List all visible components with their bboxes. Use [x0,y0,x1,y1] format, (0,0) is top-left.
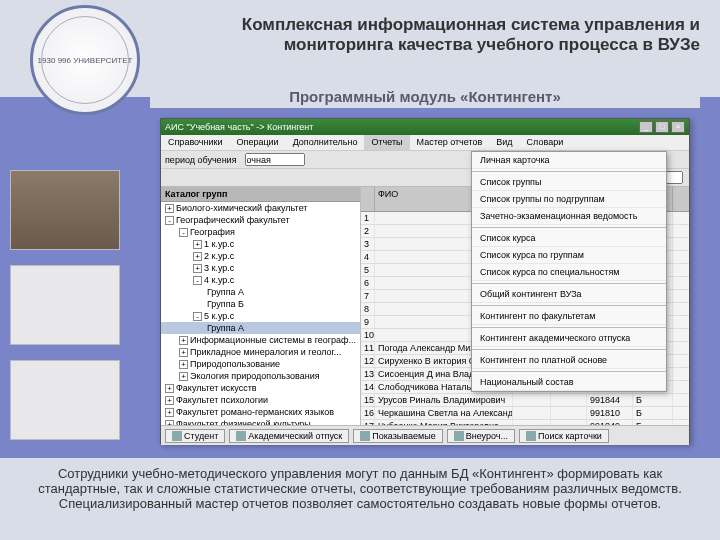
cell: Б [633,420,673,425]
grid-col-header[interactable] [361,187,375,211]
tree-node-label: География [190,227,235,237]
tree-node-label: Прикладное минералогия и геолог... [190,347,341,357]
tree-toggle-icon[interactable]: + [165,408,174,417]
tree[interactable]: +Биолого-химический факультет-Географиче… [161,202,360,425]
tree-node[interactable]: +Факультет психологии [161,394,360,406]
tree-toggle-icon[interactable]: + [193,264,202,273]
maximize-button[interactable]: □ [655,121,669,133]
tree-node-label: Географический факультет [176,215,290,225]
menu-справочники[interactable]: Справочники [161,135,230,150]
tree-toggle-icon[interactable]: + [179,348,188,357]
cell: 13 [361,368,375,380]
tree-toggle-icon[interactable]: + [179,372,188,381]
tree-node[interactable]: +Факультет романо-германских языков [161,406,360,418]
tree-node[interactable]: +1 к.ур.с [161,238,360,250]
tree-toggle-icon[interactable]: + [165,384,174,393]
tree-node[interactable]: +Факультет физической культуры [161,418,360,425]
tree-node[interactable]: -5 к.ур.с [161,310,360,322]
minimize-button[interactable]: _ [639,121,653,133]
submenu-item[interactable]: Контингент академического отпуска [472,330,666,347]
page-title: Комплексная информационная система управ… [150,15,700,55]
button-label: Поиск карточки [538,431,602,441]
tree-toggle-icon[interactable]: + [179,336,188,345]
submenu-item[interactable]: Контингент по факультетам [472,308,666,325]
tree-toggle-icon[interactable]: + [193,240,202,249]
submenu-item[interactable]: Контингент по платной основе [472,352,666,369]
tree-node[interactable]: +Факультет искусств [161,382,360,394]
menu-separator [472,305,666,306]
tree-node-label: Факультет искусств [176,383,257,393]
submenu-item[interactable]: Общий контингент ВУЗа [472,286,666,303]
cell [513,394,551,406]
bottom-bar: СтудентАкадемический отпускПоказываемыеВ… [161,425,689,445]
tree-toggle-icon[interactable]: - [179,228,188,237]
titlebar[interactable]: АИС "Учебная часть" -> Контингент _ □ × [161,119,689,135]
bottom-button[interactable]: Поиск карточки [519,429,609,443]
tree-node[interactable]: -4 к.ур.с [161,274,360,286]
cell: 10 [361,329,375,341]
cell: 4 [361,251,375,263]
submenu-item[interactable]: Список курса [472,230,666,247]
thumbnail-screenshot-2 [10,360,120,440]
tree-node[interactable]: Группа А [161,322,360,334]
submenu-item[interactable]: Список группы по подгруппам [472,191,666,208]
button-icon [172,431,182,441]
tree-toggle-icon[interactable]: + [193,252,202,261]
cell: Черкашина Светла на Александровна [375,407,513,419]
tree-node-label: 4 к.ур.с [204,275,234,285]
bottom-button[interactable]: Внеуроч... [447,429,515,443]
submenu-item[interactable]: Список группы [472,174,666,191]
tree-node[interactable]: +Природопользование [161,358,360,370]
submenu-item[interactable]: Список курса по специальностям [472,264,666,281]
table-row[interactable]: 15Урусов Риналь Владимирович991844Б [361,394,689,407]
menu-словари[interactable]: Словари [520,135,571,150]
tree-node[interactable]: +Прикладное минералогия и геолог... [161,346,360,358]
menu-дополнительно[interactable]: Дополнительно [286,135,365,150]
submenu-item[interactable]: Зачетно-экзаменационная ведомость [472,208,666,225]
table-row[interactable]: 17Чубаенко Мария Викторовна991849Б [361,420,689,425]
tree-node-label: Группа Б [207,299,244,309]
cell: 991844 [587,394,633,406]
tree-node-label: 5 к.ур.с [204,311,234,321]
tree-toggle-icon[interactable]: - [193,312,202,321]
tree-toggle-icon[interactable]: + [179,360,188,369]
tree-toggle-icon[interactable]: - [165,216,174,225]
reports-submenu[interactable]: Личная карточкаСписок группыСписок групп… [471,151,667,392]
tree-toggle-icon[interactable]: - [193,276,202,285]
tree-panel: Каталог групп +Биолого-химический факуль… [161,187,361,425]
bottom-button[interactable]: Академический отпуск [229,429,349,443]
window-title: АИС "Учебная часть" -> Контингент [165,122,313,132]
cell: 5 [361,264,375,276]
bottom-button[interactable]: Студент [165,429,225,443]
tree-toggle-icon[interactable]: + [165,396,174,405]
cell: 991849 [587,420,633,425]
tree-node[interactable]: +3 к.ур.с [161,262,360,274]
tree-toggle-icon[interactable]: + [165,420,174,425]
period-input[interactable] [245,153,305,166]
cell [551,420,587,425]
tree-node[interactable]: -Географический факультет [161,214,360,226]
menu-операции[interactable]: Операции [230,135,286,150]
submenu-item[interactable]: Национальный состав [472,374,666,391]
tree-node[interactable]: +Информационные системы в географ... [161,334,360,346]
submenu-item[interactable]: Личная карточка [472,152,666,169]
tree-node[interactable]: +2 к.ур.с [161,250,360,262]
bottom-button[interactable]: Показываемые [353,429,442,443]
tree-node[interactable]: Группа Б [161,298,360,310]
submenu-item[interactable]: Список курса по группам [472,247,666,264]
menu-вид[interactable]: Вид [489,135,519,150]
table-row[interactable]: 16Черкашина Светла на Александровна99181… [361,407,689,420]
cell: 9 [361,316,375,328]
menu-отчеты[interactable]: Отчеты [364,135,409,150]
tree-header: Каталог групп [161,187,360,202]
cell [551,407,587,419]
thumbnail-screenshot-1 [10,265,120,345]
close-button[interactable]: × [671,121,685,133]
menu-мастер отчетов[interactable]: Мастер отчетов [410,135,490,150]
tree-toggle-icon[interactable]: + [165,204,174,213]
tree-node[interactable]: -География [161,226,360,238]
tree-node[interactable]: +Экология природопользования [161,370,360,382]
tree-node[interactable]: Группа А [161,286,360,298]
cell: 991810 [587,407,633,419]
tree-node[interactable]: +Биолого-химический факультет [161,202,360,214]
